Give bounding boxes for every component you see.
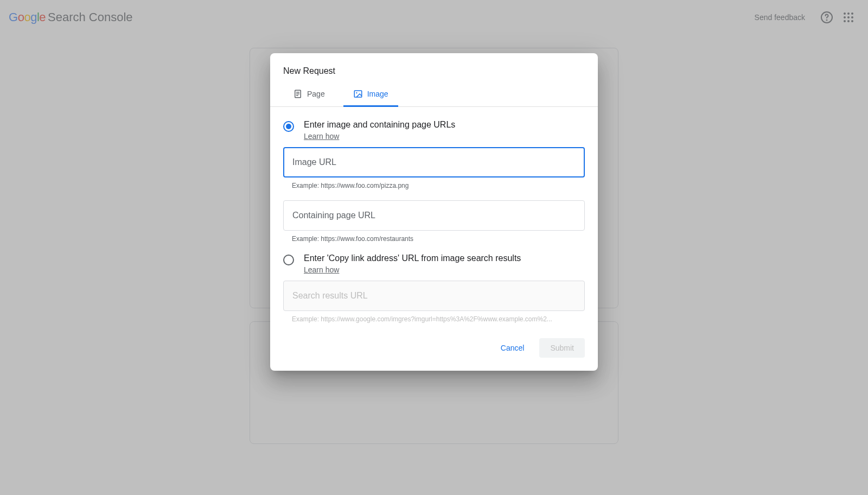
learn-how-link[interactable]: Learn how (304, 132, 339, 141)
svg-point-16 (356, 92, 357, 93)
svg-rect-15 (354, 91, 362, 97)
new-request-modal: New Request Page Image Enter image and c… (270, 53, 598, 371)
page-icon (293, 89, 303, 99)
modal-header: New Request (270, 53, 598, 82)
tab-image[interactable]: Image (343, 82, 398, 107)
search-results-url-example: Example: https://www.google.com/imgres?i… (292, 315, 585, 323)
modal-tabs: Page Image (270, 82, 598, 107)
radio-image-page-urls[interactable] (283, 121, 294, 132)
search-results-url-input (283, 281, 585, 311)
radio-label: Enter image and containing page URLs (304, 120, 455, 130)
containing-page-url-example: Example: https://www.foo.com/restaurants (292, 235, 585, 243)
modal-footer: Cancel Submit (270, 338, 598, 371)
cancel-button[interactable]: Cancel (490, 338, 535, 358)
option-image-page-urls: Enter image and containing page URLs Lea… (283, 120, 585, 141)
radio-label: Enter 'Copy link address' URL from image… (304, 253, 521, 263)
modal-body: Enter image and containing page URLs Lea… (270, 107, 598, 338)
tab-page-label: Page (307, 90, 325, 98)
tab-image-label: Image (367, 90, 388, 98)
image-icon (353, 89, 363, 99)
image-url-example: Example: https://www.foo.com/pizza.png (292, 182, 585, 189)
containing-page-url-input[interactable] (283, 200, 585, 231)
tab-page[interactable]: Page (283, 82, 335, 107)
radio-search-results-url[interactable] (283, 255, 294, 265)
modal-overlay[interactable]: New Request Page Image Enter image and c… (0, 0, 868, 495)
option-search-results-url: Enter 'Copy link address' URL from image… (283, 253, 585, 274)
learn-how-link[interactable]: Learn how (304, 265, 339, 274)
submit-button[interactable]: Submit (539, 338, 585, 358)
image-url-input[interactable] (283, 147, 585, 177)
modal-title: New Request (283, 66, 585, 76)
